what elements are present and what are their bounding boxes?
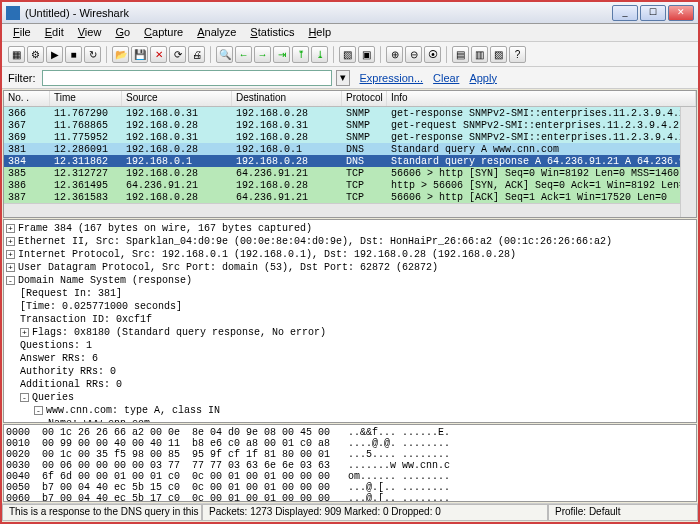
collapse-icon[interactable]: -: [20, 393, 29, 402]
tb-prefs-icon[interactable]: ▨: [490, 46, 507, 63]
v-scrollbar[interactable]: [680, 107, 696, 217]
tb-options-icon[interactable]: ⚙: [27, 46, 44, 63]
menu-capture[interactable]: Capture: [137, 24, 190, 41]
toolbar: ▦ ⚙ ▶ ■ ↻ 📂 💾 ✕ ⟳ 🖨 🔍 ← → ⇥ ⤒ ⤓ ▧ ▣ ⊕ ⊖ …: [2, 42, 698, 67]
tb-zoomout-icon[interactable]: ⊖: [405, 46, 422, 63]
menu-help[interactable]: Help: [301, 24, 338, 41]
clear-link[interactable]: Clear: [433, 72, 459, 84]
table-row[interactable]: 38712.361583192.168.0.2864.236.91.21TCP5…: [4, 191, 696, 203]
table-row[interactable]: 38512.312727192.168.0.2864.236.91.21TCP5…: [4, 167, 696, 179]
expand-icon[interactable]: +: [20, 328, 29, 337]
flags-line: Flags: 0x8180 (Standard query response, …: [32, 327, 326, 338]
menubar: File Edit View Go Capture Analyze Statis…: [2, 24, 698, 42]
tid-line: Transaction ID: 0xcf1f: [6, 313, 694, 326]
tb-filter-icon[interactable]: ▥: [471, 46, 488, 63]
cell-proto: SNMP: [342, 119, 387, 131]
window-title: (Untitled) - Wireshark: [25, 7, 612, 19]
tb-close-icon[interactable]: ✕: [150, 46, 167, 63]
cell-src: 192.168.0.31: [122, 107, 232, 119]
cell-time: 11.768865: [50, 119, 122, 131]
filter-dropdown-icon[interactable]: ▾: [336, 70, 350, 86]
cell-src: 192.168.0.1: [122, 155, 232, 167]
tb-open-icon[interactable]: 📂: [112, 46, 129, 63]
tb-start-icon[interactable]: ▶: [46, 46, 63, 63]
minimize-button[interactable]: _: [612, 5, 638, 21]
hex-pane[interactable]: 0000 00 1c 26 26 66 a2 00 0e 8e 04 d0 9e…: [3, 424, 697, 502]
maximize-button[interactable]: ☐: [640, 5, 666, 21]
dns-line: Domain Name System (response): [18, 275, 192, 286]
filter-input[interactable]: [42, 70, 332, 86]
col-time[interactable]: Time: [50, 91, 122, 106]
tb-zoomin-icon[interactable]: ⊕: [386, 46, 403, 63]
cell-src: 192.168.0.28: [122, 119, 232, 131]
col-destination[interactable]: Destination: [232, 91, 342, 106]
tb-stop-icon[interactable]: ■: [65, 46, 82, 63]
tb-find-icon[interactable]: 🔍: [216, 46, 233, 63]
table-row[interactable]: 36611.767290192.168.0.31192.168.0.28SNMP…: [4, 107, 696, 119]
menu-go[interactable]: Go: [108, 24, 137, 41]
tb-resize-icon[interactable]: ▤: [452, 46, 469, 63]
cell-time: 12.361495: [50, 179, 122, 191]
status-mid: Packets: 1273 Displayed: 909 Marked: 0 D…: [202, 504, 548, 521]
collapse-icon[interactable]: -: [6, 276, 15, 285]
expand-icon[interactable]: +: [6, 263, 15, 272]
tb-save-icon[interactable]: 💾: [131, 46, 148, 63]
packet-details[interactable]: +Frame 384 (167 bytes on wire, 167 bytes…: [3, 219, 697, 423]
table-row[interactable]: 36711.768865192.168.0.28192.168.0.31SNMP…: [4, 119, 696, 131]
packet-list[interactable]: No. . Time Source Destination Protocol I…: [3, 90, 697, 218]
tb-print-icon[interactable]: 🖨: [188, 46, 205, 63]
col-no[interactable]: No. .: [4, 91, 50, 106]
menu-view[interactable]: View: [71, 24, 109, 41]
apply-link[interactable]: Apply: [469, 72, 497, 84]
menu-file[interactable]: File: [6, 24, 38, 41]
tb-first-icon[interactable]: ⤒: [292, 46, 309, 63]
tb-restart-icon[interactable]: ↻: [84, 46, 101, 63]
cell-proto: SNMP: [342, 131, 387, 143]
menu-analyze[interactable]: Analyze: [190, 24, 243, 41]
close-button[interactable]: ✕: [668, 5, 694, 21]
collapse-icon[interactable]: -: [34, 406, 43, 415]
expand-icon[interactable]: +: [6, 237, 15, 246]
cell-time: 11.767290: [50, 107, 122, 119]
col-info[interactable]: Info: [387, 91, 696, 106]
tb-last-icon[interactable]: ⤓: [311, 46, 328, 63]
app-icon: [6, 6, 20, 20]
cell-src: 192.168.0.28: [122, 167, 232, 179]
table-row[interactable]: 38412.311862192.168.0.1192.168.0.28DNSSt…: [4, 155, 696, 167]
cell-time: 11.775952: [50, 131, 122, 143]
menu-statistics[interactable]: Statistics: [243, 24, 301, 41]
cell-src: 64.236.91.21: [122, 179, 232, 191]
menu-edit[interactable]: Edit: [38, 24, 71, 41]
tb-interfaces-icon[interactable]: ▦: [8, 46, 25, 63]
separator: [210, 46, 211, 63]
h-scrollbar[interactable]: [4, 203, 680, 217]
col-source[interactable]: Source: [122, 91, 232, 106]
expand-icon[interactable]: +: [6, 250, 15, 259]
cell-info: Standard query A www.cnn.com: [387, 143, 696, 155]
tb-autoscroll-icon[interactable]: ▣: [358, 46, 375, 63]
statusbar: This is a response to the DNS query in t…: [2, 503, 698, 521]
expression-link[interactable]: Expression...: [360, 72, 424, 84]
filter-label: Filter:: [8, 72, 36, 84]
tb-help-icon[interactable]: ?: [509, 46, 526, 63]
expand-icon[interactable]: +: [6, 224, 15, 233]
request-in: [Request In: 381]: [6, 287, 694, 300]
tb-back-icon[interactable]: ←: [235, 46, 252, 63]
cell-no: 385: [4, 167, 50, 179]
tb-goto-icon[interactable]: ⇥: [273, 46, 290, 63]
tb-zoom100-icon[interactable]: ⦿: [424, 46, 441, 63]
tb-colorize-icon[interactable]: ▧: [339, 46, 356, 63]
table-row[interactable]: 36911.775952192.168.0.31192.168.0.28SNMP…: [4, 131, 696, 143]
cell-dst: 64.236.91.21: [232, 167, 342, 179]
cell-proto: TCP: [342, 179, 387, 191]
table-row[interactable]: 38612.36149564.236.91.21192.168.0.28TCPh…: [4, 179, 696, 191]
table-row[interactable]: 38112.286091192.168.0.28192.168.0.1DNSSt…: [4, 143, 696, 155]
tb-fwd-icon[interactable]: →: [254, 46, 271, 63]
col-protocol[interactable]: Protocol: [342, 91, 387, 106]
separator: [380, 46, 381, 63]
cell-proto: SNMP: [342, 107, 387, 119]
cell-dst: 192.168.0.28: [232, 131, 342, 143]
filterbar: Filter: ▾ Expression... Clear Apply: [2, 67, 698, 89]
cell-proto: DNS: [342, 155, 387, 167]
tb-reload-icon[interactable]: ⟳: [169, 46, 186, 63]
